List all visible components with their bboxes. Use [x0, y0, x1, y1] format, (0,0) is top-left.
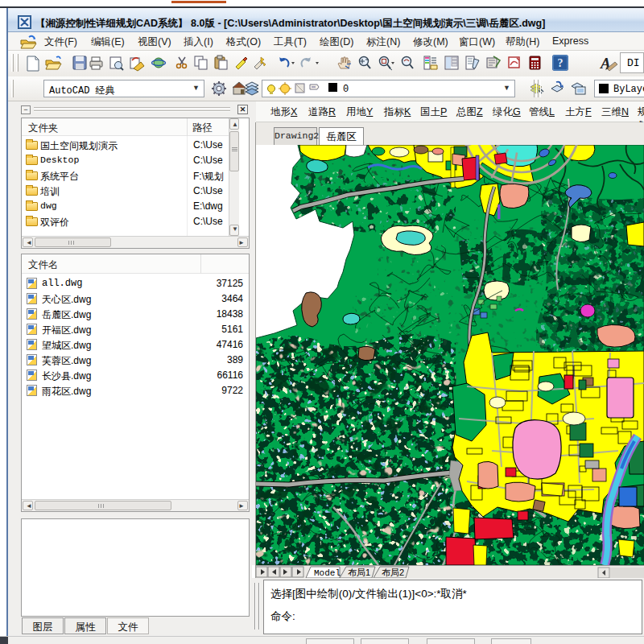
- svg-text:?: ?: [558, 57, 564, 69]
- svg-text:布局2: 布局2: [382, 568, 404, 577]
- svg-text:Model: Model: [314, 568, 341, 578]
- svg-text:布局1: 布局1: [348, 568, 370, 577]
